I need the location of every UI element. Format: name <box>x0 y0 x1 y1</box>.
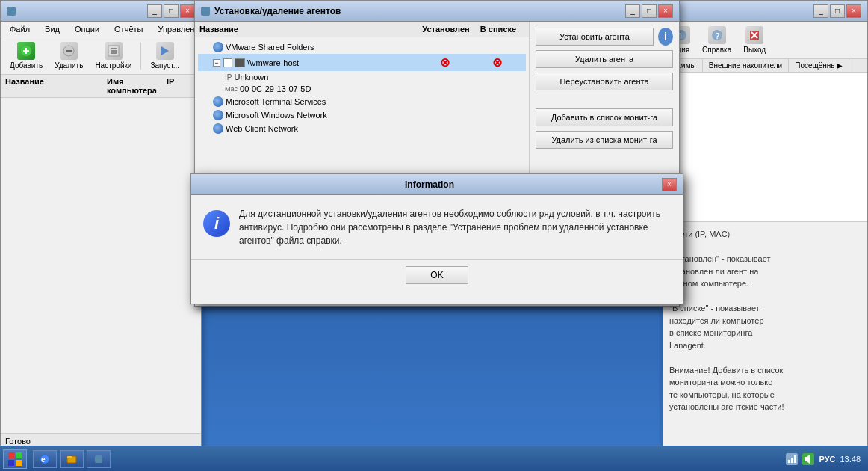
tree-item-vmware-host[interactable]: − \\vmware-host ⊗ ⊗ <box>198 54 526 71</box>
agent-minimize-btn[interactable]: _ <box>625 4 640 18</box>
toolbar-remove[interactable]: Удалить <box>50 40 87 71</box>
right-line-8: Lanagent. <box>669 341 706 350</box>
menu-view[interactable]: Вид <box>42 24 63 34</box>
menu-options[interactable]: Опции <box>72 24 102 34</box>
globe-icon-terminal <box>213 96 223 107</box>
taskbar: e РУС 13:48 <box>0 446 868 471</box>
agent-close-btn[interactable]: × <box>658 4 673 18</box>
right-maximize-btn[interactable]: □ <box>830 4 845 18</box>
agent-table-header: Название Установлен В списке <box>195 22 529 37</box>
info-dialog-ok-btn[interactable]: OK <box>406 266 468 284</box>
svg-rect-24 <box>67 456 72 458</box>
monitor-icon-vmware-host <box>235 58 245 67</box>
spacer <box>536 95 673 104</box>
menu-reports[interactable]: Отчёты <box>111 24 146 34</box>
col-name-header: Название <box>5 77 107 95</box>
right-title-controls: _ □ × <box>813 4 861 18</box>
tree-item-terminal[interactable]: Microsoft Terminal Services <box>198 95 526 108</box>
svg-rect-26 <box>788 460 790 463</box>
tree-item-mac[interactable]: Mac 00-0C-29-13-07-5D <box>198 83 526 95</box>
network-tray-icon <box>786 453 798 465</box>
tree-label-terminal: Microsoft Terminal Services <box>226 97 418 106</box>
right-chart-area <box>663 73 867 222</box>
info-dialog-controls: × <box>662 178 677 191</box>
info-dialog-titlebar: Information × <box>191 174 683 195</box>
clock: 13:48 <box>840 455 861 464</box>
tree-item-web-client[interactable]: Web Client Network <box>198 122 526 135</box>
tree-item-windows-net[interactable]: Microsoft Windows Network <box>198 108 526 122</box>
globe-icon-vmware-shared <box>213 42 223 52</box>
remove-icon <box>60 42 78 60</box>
add-to-list-btn[interactable]: Добавить в список монит-га <box>536 108 673 126</box>
toolbar-settings[interactable]: Настройки <box>90 40 136 71</box>
right-panel: _ □ × i ация ? Справка <box>663 0 868 449</box>
info-dialog-close-btn[interactable]: × <box>662 178 677 191</box>
agent-title-left: Установка/удаление агентов <box>201 6 341 16</box>
checkbox-vmware-host[interactable] <box>223 58 232 67</box>
right-close-btn[interactable]: × <box>846 4 861 18</box>
right-toolbar: i ация ? Справка Выход <box>663 22 867 59</box>
agent-title-text: Установка/удаление агентов <box>214 6 341 16</box>
globe-icon-windows-net <box>213 110 223 120</box>
run-icon <box>156 42 174 60</box>
right-line-2: "Установлен" - показывает <box>669 254 770 263</box>
settings-label: Настройки <box>95 61 131 70</box>
bg-empty-content <box>1 98 201 104</box>
remove-agent-btn[interactable]: Удалить агента <box>536 50 673 68</box>
start-button[interactable] <box>3 449 27 469</box>
status-installed-vmware-host: ⊗ <box>418 55 471 70</box>
mac-prefix: Mac <box>225 85 238 93</box>
svg-rect-20 <box>16 460 22 466</box>
taskbar-tray: РУС 13:48 <box>778 453 868 465</box>
agent-title-controls: _ □ × <box>625 4 673 18</box>
tree-item-vmware-shared[interactable]: VMware Shared Folders <box>198 40 526 54</box>
bg-maximize-btn[interactable]: □ <box>164 4 179 18</box>
bg-close-btn[interactable]: × <box>180 4 195 18</box>
tree-label-vmware-host: \\vmware-host <box>247 58 418 67</box>
col-computer-header: Имя компьютера <box>107 77 167 95</box>
agent-app-icon <box>201 7 210 16</box>
toolbar-run[interactable]: Запуст... <box>146 40 184 71</box>
taskbar-ie[interactable]: e <box>33 450 57 468</box>
right-tb-exit[interactable]: Выход <box>739 25 770 55</box>
taskbar-explorer[interactable] <box>60 450 84 468</box>
sound-tray-icon <box>802 453 814 465</box>
taskbar-app[interactable] <box>87 450 111 468</box>
tree-item-unknown[interactable]: IP Unknown <box>198 71 526 83</box>
agent-maximize-btn[interactable]: □ <box>642 4 657 18</box>
tab-visited[interactable]: Посещённь ▶ <box>789 59 849 72</box>
desktop: _ □ × Файл Вид Опции Отчёты Управление Я… <box>0 0 868 471</box>
bg-title-controls: _ □ × <box>147 4 195 18</box>
bg-window: _ □ × Файл Вид Опции Отчёты Управление Я… <box>0 0 202 449</box>
install-info-btn[interactable]: i <box>658 28 673 46</box>
menu-bar: Файл Вид Опции Отчёты Управление Язык <box>1 22 201 37</box>
tree-label-windows-net: Microsoft Windows Network <box>226 111 418 120</box>
bg-status-text: Готово <box>5 437 31 446</box>
install-row: Установить агента i <box>536 28 673 46</box>
remove-from-list-btn[interactable]: Удалить из списка монит-га <box>536 131 673 149</box>
svg-rect-8 <box>111 52 117 54</box>
bg-minimize-btn[interactable]: _ <box>147 4 162 18</box>
right-titlebar: _ □ × <box>663 1 867 22</box>
app-icon <box>7 7 16 16</box>
right-line-6: находится ли компьютер <box>669 316 764 325</box>
svg-rect-6 <box>111 48 117 49</box>
expand-vmware-host[interactable]: − <box>213 59 220 67</box>
svg-rect-17 <box>8 452 14 458</box>
right-minimize-btn[interactable]: _ <box>813 4 828 18</box>
right-line-5: "В списке" - показывает <box>669 304 760 313</box>
menu-file[interactable]: Файл <box>7 24 33 34</box>
toolbar: Добавить Удалить Настройки Запуст... <box>1 37 201 75</box>
install-agent-btn[interactable]: Установить агента <box>536 28 654 46</box>
right-line-10: мониторинга можно только <box>669 378 772 387</box>
add-label: Добавить <box>10 61 43 70</box>
agent-titlebar: Установка/удаление агентов _ □ × <box>195 1 679 22</box>
reinstall-agent-btn[interactable]: Переустановить агента <box>536 73 673 90</box>
right-tb-help[interactable]: ? Справка <box>698 25 736 55</box>
tab-external[interactable]: Внешние накопители <box>703 59 789 72</box>
toolbar-add[interactable]: Добавить <box>5 40 47 71</box>
lang-indicator: РУС <box>819 455 835 464</box>
info-dialog-body: i Для дистанционной установки/удаления а… <box>191 195 683 259</box>
svg-rect-25 <box>95 455 102 463</box>
tree-label-vmware-shared: VMware Shared Folders <box>226 43 418 52</box>
